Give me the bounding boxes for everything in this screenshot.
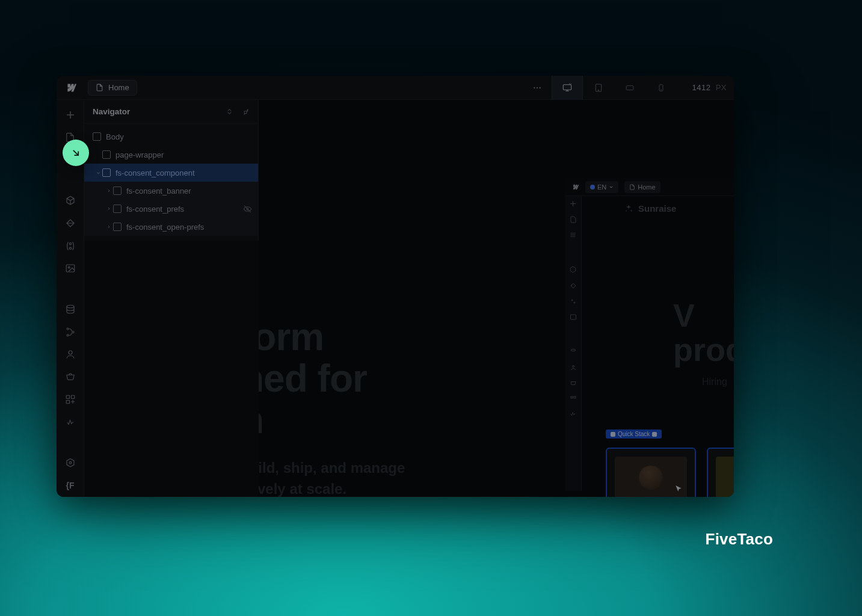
svg-rect-29	[574, 396, 576, 398]
mini-hero-line-2: prod	[673, 331, 734, 368]
svg-point-13	[67, 305, 74, 308]
mini-cards-row	[606, 448, 734, 497]
components-icon[interactable]	[569, 266, 577, 274]
hero-line-3: h	[259, 398, 263, 442]
container-icon	[102, 150, 111, 159]
users-button[interactable]	[57, 343, 84, 366]
quick-stack-label: Quick Stack	[618, 431, 650, 437]
components-icon	[65, 196, 76, 206]
node-label: page-wrapper	[115, 150, 164, 159]
visibility-hidden-icon[interactable]	[243, 205, 252, 214]
breakpoint-tablet[interactable]	[583, 76, 614, 100]
navigator-header: Navigator	[84, 100, 258, 124]
mini-page-selector[interactable]: Home	[624, 181, 660, 193]
mini-top-bar: EN Home	[565, 178, 734, 196]
tablet-landscape-icon	[624, 84, 636, 92]
plus-icon	[65, 109, 76, 120]
ecommerce-icon[interactable]	[570, 380, 577, 387]
chevron-right-icon[interactable]	[105, 206, 113, 211]
pages-icon[interactable]	[570, 216, 577, 223]
users-icon[interactable]	[570, 364, 577, 371]
apps-button[interactable]	[57, 389, 84, 411]
pin-panel-button[interactable]	[242, 108, 250, 116]
svg-rect-20	[66, 401, 69, 404]
hero-line-2: ned for	[259, 357, 367, 400]
tablet-icon	[593, 83, 604, 93]
container-icon	[93, 132, 101, 141]
container-icon	[113, 186, 122, 195]
viewport-size-display[interactable]: 1412 PX	[692, 83, 727, 92]
ecommerce-button[interactable]	[57, 366, 84, 389]
svg-point-23	[571, 300, 573, 301]
brand-watermark: FiveTaco	[706, 530, 773, 549]
components-button[interactable]	[57, 189, 84, 212]
mini-page-label: Home	[638, 183, 655, 191]
tree-node-fs-consent-banner[interactable]: fs-consent_banner	[84, 182, 258, 200]
chevron-right-icon[interactable]	[105, 188, 113, 193]
variables-icon[interactable]	[570, 298, 577, 305]
audit-icon[interactable]	[569, 411, 577, 417]
variables-icon	[65, 241, 76, 251]
chevron-down-icon	[609, 185, 614, 189]
more-options-button[interactable]	[525, 76, 549, 100]
audit-button[interactable]	[57, 411, 84, 434]
finsweet-button[interactable]: {F	[57, 475, 84, 497]
cms-icon[interactable]	[570, 348, 577, 356]
logic-button[interactable]	[57, 321, 84, 343]
svg-point-10	[69, 247, 71, 249]
tutorial-pointer-badge	[63, 140, 89, 166]
cursor-icon	[674, 484, 683, 494]
styles-icon[interactable]	[570, 282, 577, 289]
svg-point-21	[69, 461, 72, 464]
dots-horizontal-icon	[532, 83, 542, 93]
svg-point-0	[534, 87, 535, 88]
chevron-down-icon[interactable]	[94, 170, 102, 176]
quick-stack-badge[interactable]: Quick Stack	[606, 430, 662, 439]
svg-rect-19	[71, 396, 74, 399]
tree-node-body[interactable]: Body	[84, 128, 258, 146]
navigator-panel: Navigator Body page-wrapper	[84, 100, 259, 241]
mini-tool-rail	[565, 196, 582, 491]
settings-button[interactable]	[57, 452, 84, 475]
page-selector[interactable]: Home	[88, 80, 137, 96]
add-element-button[interactable]	[57, 103, 84, 126]
navigator-title: Navigator	[93, 107, 130, 116]
svg-rect-28	[571, 396, 573, 398]
webflow-logo-icon[interactable]	[571, 183, 579, 191]
cms-button[interactable]	[57, 298, 84, 321]
navigator-icon[interactable]	[569, 232, 577, 238]
mini-card[interactable]	[606, 448, 696, 497]
viewport-unit: PX	[716, 83, 727, 92]
tree-node-fs-consent-open-prefs[interactable]: fs-consent_open-prefs	[84, 218, 258, 236]
svg-point-14	[67, 328, 69, 330]
container-icon	[113, 205, 122, 213]
container-icon	[102, 168, 111, 177]
svg-point-5	[598, 90, 599, 90]
breakpoint-phone[interactable]	[645, 76, 677, 100]
mini-canvas[interactable]: Sunraise V prod Hiring Quick Stack	[582, 196, 734, 491]
collapse-panel-button[interactable]	[226, 108, 233, 116]
node-label: fs-consent_banner	[126, 186, 191, 196]
svg-point-15	[67, 334, 69, 336]
breakpoint-desktop[interactable]	[552, 76, 583, 100]
mini-card[interactable]	[707, 448, 734, 497]
apps-icon[interactable]	[570, 395, 577, 402]
page-icon	[629, 184, 635, 190]
locale-selector[interactable]: EN	[585, 181, 618, 193]
svg-point-16	[72, 331, 74, 333]
tree-node-fs-consent-component[interactable]: fs-consent_component	[84, 164, 258, 182]
chevron-right-icon[interactable]	[105, 224, 113, 229]
tree-node-page-wrapper[interactable]: page-wrapper	[84, 146, 258, 164]
assets-icon[interactable]	[570, 313, 577, 321]
plus-icon[interactable]	[569, 200, 577, 208]
styles-button[interactable]	[57, 212, 84, 235]
webflow-logo-icon[interactable]	[57, 76, 84, 100]
node-label: fs-consent_component	[115, 168, 195, 177]
variables-button[interactable]	[57, 235, 84, 257]
svg-rect-11	[66, 265, 75, 272]
breakpoint-tablet-landscape[interactable]	[614, 76, 645, 100]
tree-node-fs-consent-prefs[interactable]: fs-consent_prefs	[84, 200, 258, 218]
top-bar: Home 1412 PX	[57, 76, 734, 100]
assets-button[interactable]	[57, 257, 84, 280]
cms-icon	[65, 304, 76, 315]
